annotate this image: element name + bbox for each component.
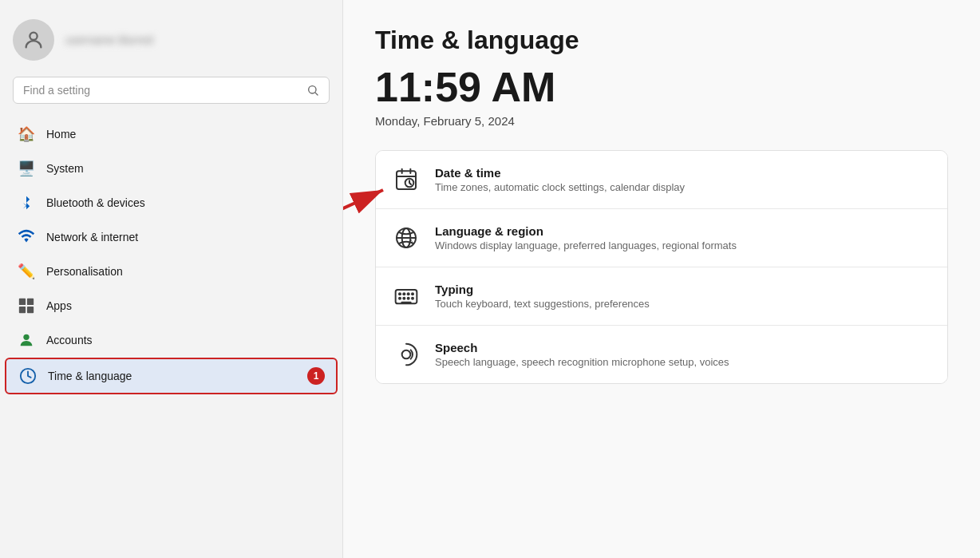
sidebar-item-label-system: System	[46, 162, 84, 175]
svg-line-2	[315, 93, 318, 95]
settings-item-title-speech: Speech	[435, 341, 729, 354]
sidebar-item-home[interactable]: 🏠 Home	[5, 117, 338, 151]
home-icon: 🏠	[18, 125, 35, 143]
settings-item-title-typing: Typing	[435, 283, 650, 296]
settings-item-text-language-region: Language & region Windows display langua…	[435, 224, 737, 251]
settings-item-desc-language-region: Windows display language, preferred lang…	[435, 239, 737, 251]
settings-item-desc-speech: Speech language, speech recognition micr…	[435, 356, 729, 368]
time-display: 11:59 AM	[375, 63, 948, 111]
svg-point-0	[30, 33, 37, 40]
sidebar-item-apps[interactable]: Apps	[5, 289, 338, 323]
user-name: username blurred	[65, 34, 153, 46]
svg-point-7	[23, 334, 29, 340]
main-content: Time & language 11:59 AM Monday, Februar…	[343, 0, 980, 558]
sidebar-item-system[interactable]: 🖥️ System	[5, 152, 338, 185]
sidebar-item-label-accounts: Accounts	[46, 334, 93, 346]
settings-item-text-typing: Typing Touch keyboard, text suggestions,…	[435, 283, 650, 310]
user-section: username blurred	[0, 0, 342, 77]
time-language-icon	[19, 367, 37, 385]
svg-rect-4	[27, 299, 34, 305]
date-time-icon	[392, 165, 421, 194]
apps-icon	[18, 297, 35, 315]
sidebar-item-bluetooth[interactable]: Bluetooth & devices	[5, 186, 338, 220]
svg-point-32	[402, 350, 411, 359]
svg-point-1	[309, 86, 316, 93]
sidebar-item-accounts[interactable]: Accounts	[5, 323, 338, 357]
sidebar-item-personalisation[interactable]: ✏️ Personalisation	[5, 255, 338, 288]
settings-item-desc-typing: Touch keyboard, text suggestions, prefer…	[435, 298, 650, 310]
sidebar-item-network[interactable]: Network & internet	[5, 220, 338, 254]
sidebar-item-label-home: Home	[46, 128, 76, 140]
settings-item-title-language-region: Language & region	[435, 224, 737, 238]
badge-1: 1	[307, 367, 325, 385]
settings-item-title-date-time: Date & time	[435, 166, 685, 180]
settings-section: 2 Date & time Time zones, a	[375, 150, 948, 384]
svg-rect-6	[27, 307, 34, 313]
typing-icon	[392, 282, 421, 311]
sidebar-item-label-network: Network & internet	[46, 231, 138, 243]
speech-icon	[392, 340, 421, 369]
svg-rect-3	[19, 299, 26, 305]
personalisation-icon: ✏️	[18, 263, 35, 280]
search-input[interactable]	[23, 84, 300, 97]
settings-item-text-speech: Speech Speech language, speech recogniti…	[435, 341, 729, 368]
settings-item-desc-date-time: Time zones, automatic clock settings, ca…	[435, 181, 685, 193]
svg-rect-5	[19, 307, 26, 313]
nav-list: 🏠 Home 🖥️ System Bluetooth & devices	[0, 117, 342, 408]
sidebar-item-label-time-language: Time & language	[48, 370, 132, 382]
settings-item-text-date-time: Date & time Time zones, automatic clock …	[435, 166, 685, 193]
settings-item-typing[interactable]: Typing Touch keyboard, text suggestions,…	[376, 267, 947, 326]
search-box[interactable]	[13, 77, 330, 104]
settings-list: Date & time Time zones, automatic clock …	[375, 150, 948, 384]
svg-text:A: A	[409, 238, 414, 246]
page-title: Time & language	[375, 26, 948, 55]
settings-item-language-region[interactable]: A Language & region Windows display lang…	[376, 209, 947, 267]
system-icon: 🖥️	[18, 160, 35, 177]
settings-item-speech[interactable]: Speech Speech language, speech recogniti…	[376, 326, 947, 383]
sidebar: username blurred 🏠 Home 🖥️ System Blueto…	[0, 0, 343, 558]
sidebar-item-label-apps: Apps	[46, 299, 72, 312]
language-region-icon: A	[392, 224, 421, 252]
accounts-icon	[18, 331, 35, 349]
bluetooth-icon	[18, 194, 35, 212]
network-icon	[18, 228, 35, 246]
date-display: Monday, February 5, 2024	[375, 114, 948, 128]
search-icon	[306, 84, 319, 97]
sidebar-item-label-personalisation: Personalisation	[46, 265, 123, 278]
sidebar-item-time-language[interactable]: Time & language 1	[5, 358, 338, 394]
avatar[interactable]	[13, 19, 54, 61]
settings-item-date-time[interactable]: Date & time Time zones, automatic clock …	[376, 151, 947, 209]
sidebar-item-label-bluetooth: Bluetooth & devices	[46, 196, 145, 209]
